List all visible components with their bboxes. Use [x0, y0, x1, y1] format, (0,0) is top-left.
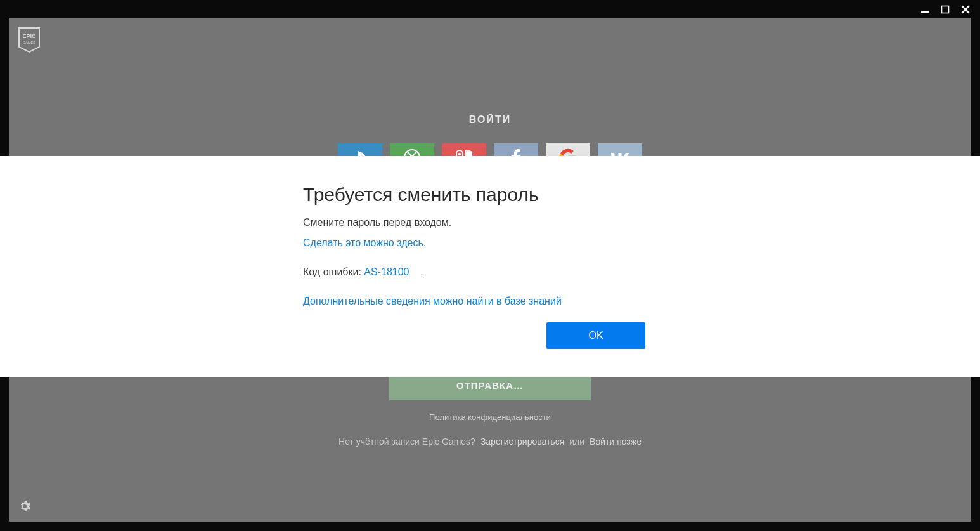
no-account-label: Нет учётной записи Epic Games?: [338, 436, 475, 447]
error-modal: Требуется сменить пароль Смените пароль …: [0, 156, 980, 377]
window-titlebar: [919, 0, 980, 19]
window-frame: EPICGAMES ВОЙТИ: [0, 0, 980, 531]
or-label: или: [569, 436, 584, 447]
modal-title: Требуется сменить пароль: [303, 184, 671, 206]
svg-point-8: [458, 153, 461, 155]
close-button[interactable]: [960, 4, 971, 15]
error-modal-content: Требуется сменить пароль Смените пароль …: [303, 184, 671, 349]
error-code-link[interactable]: AS-18100: [364, 266, 409, 277]
signup-footer: Нет учётной записи Epic Games? Зарегистр…: [338, 436, 642, 447]
modal-body: Смените пароль перед входом.: [303, 217, 671, 228]
change-password-link[interactable]: Сделать это можно здесь.: [303, 237, 426, 249]
maximize-button[interactable]: [939, 4, 951, 15]
error-code-line: Код ошибки: AS-18100 .: [303, 266, 671, 278]
error-code-label: Код ошибки:: [303, 266, 361, 277]
modal-actions: OK: [303, 322, 671, 349]
ok-button[interactable]: OK: [546, 322, 645, 349]
privacy-policy-link[interactable]: Политика конфиденциальности: [429, 412, 551, 422]
settings-button[interactable]: [19, 501, 30, 512]
svg-rect-0: [921, 11, 929, 13]
minimize-button[interactable]: [919, 4, 931, 15]
gear-icon: [19, 503, 30, 514]
knowledge-base-link[interactable]: Дополнительные сведения можно найти в ба…: [303, 296, 562, 307]
login-title: ВОЙТИ: [469, 114, 511, 126]
register-link[interactable]: Зарегистрироваться: [480, 436, 564, 447]
login-later-link[interactable]: Войти позже: [590, 436, 642, 447]
svg-rect-1: [942, 6, 949, 13]
error-code-tail: .: [420, 266, 423, 277]
